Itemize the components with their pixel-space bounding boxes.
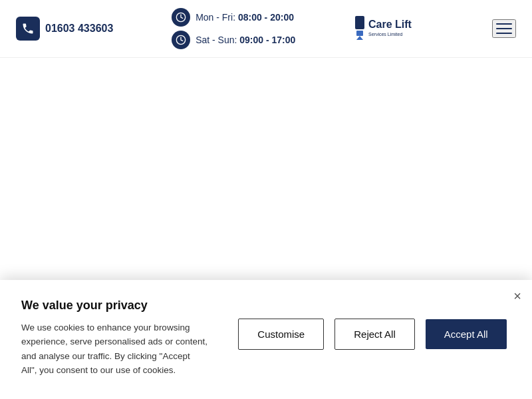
customise-button[interactable]: Customise [238, 319, 324, 350]
svg-rect-3 [356, 31, 363, 36]
phone-section: 01603 433603 [16, 17, 113, 41]
cookie-buttons: Customise Reject All Accept All [234, 299, 511, 350]
cookie-title: We value your privacy [21, 299, 207, 313]
logo: Care Lift Services Limited [354, 11, 434, 47]
weekday-hours-text: Mon - Fri: 08:00 - 20:00 [196, 12, 294, 23]
cookie-banner: × We value your privacy We use cookies t… [0, 280, 532, 399]
reject-all-button[interactable]: Reject All [334, 319, 415, 350]
clock-icon-weekday [172, 8, 190, 27]
hamburger-menu[interactable] [492, 19, 516, 38]
cookie-description: We use cookies to enhance your browsing … [21, 321, 207, 378]
phone-icon [16, 17, 40, 41]
weekday-hours-row: Mon - Fri: 08:00 - 20:00 [172, 8, 294, 27]
hamburger-line-2 [496, 28, 512, 29]
clock-icon-weekend [172, 31, 190, 49]
hamburger-line-3 [496, 33, 512, 34]
svg-marker-4 [356, 36, 363, 40]
phone-number: 01603 433603 [45, 23, 113, 35]
weekend-hours-row: Sat - Sun: 09:00 - 17:00 [172, 31, 295, 49]
hamburger-line-1 [496, 23, 512, 25]
hours-section: Mon - Fri: 08:00 - 20:00 Sat - Sun: 09:0… [172, 8, 295, 49]
accept-all-button[interactable]: Accept All [426, 319, 507, 349]
svg-rect-2 [355, 16, 364, 29]
svg-text:Care Lift: Care Lift [368, 19, 412, 30]
cookie-text-column: We value your privacy We use cookies to … [21, 299, 207, 378]
main-content [0, 58, 532, 264]
header: 01603 433603 Mon - Fri: 08:00 - 20:00 [0, 0, 532, 58]
weekend-hours-text: Sat - Sun: 09:00 - 17:00 [196, 35, 295, 45]
cookie-close-button[interactable]: × [513, 289, 521, 303]
svg-text:Services Limited: Services Limited [368, 32, 402, 37]
